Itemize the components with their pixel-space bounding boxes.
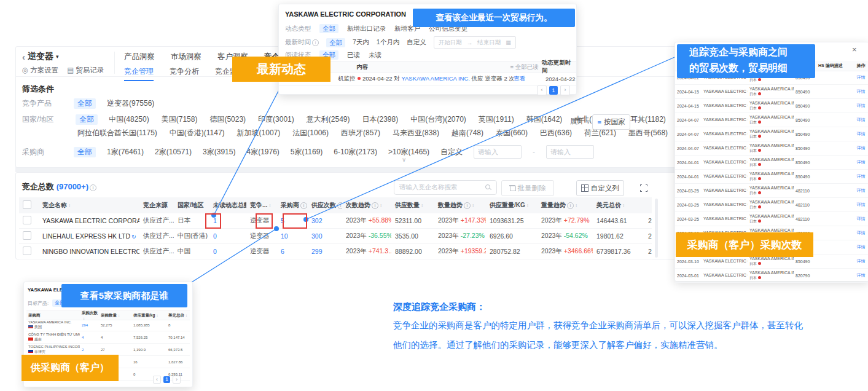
filter-all-chip[interactable]: 全部 — [326, 38, 345, 47]
close-icon[interactable]: × — [852, 45, 857, 54]
buy-times-link[interactable]: 4 — [80, 336, 99, 339]
trade-row[interactable]: 2024-04-07 YASKAWA ELECTRIC CORP...↻ YAS… — [675, 141, 868, 156]
country-option[interactable]: 印度(3001) — [258, 114, 294, 125]
row-checkbox[interactable] — [23, 247, 31, 255]
competitor-name-cell[interactable]: YASKAWA ELECTRIC CORPORATIO↻ — [39, 217, 139, 224]
country-option[interactable]: 巴西(636) — [540, 128, 572, 138]
expand-toggle[interactable]: 展开 ∨ — [570, 117, 590, 126]
col-header-product[interactable]: 竞争...↕ — [246, 201, 277, 210]
sort-icon[interactable]: ↕ — [526, 203, 529, 208]
country-option[interactable]: 意大利(2549) — [307, 114, 350, 125]
supply-count-link[interactable]: 302 — [308, 217, 342, 224]
competitor-search-box[interactable]: 请输入竞企名称搜索 — [394, 180, 497, 195]
buy-times-link[interactable]: 294 — [80, 323, 99, 327]
col-header-usd[interactable]: 美元总价↕ — [593, 201, 644, 210]
trade-row[interactable]: 2024-04-01 YASKAWA ELECTRIC CORP...↻ YAS… — [675, 156, 868, 170]
filter-all-chip[interactable]: 全部 — [74, 98, 96, 109]
fullscreen-icon[interactable] — [640, 184, 647, 192]
country-option[interactable]: 新加坡(1007) — [237, 128, 281, 138]
monitor-sync-icon[interactable]: ↻ — [131, 234, 136, 240]
buyers-count-link[interactable]: 10 — [277, 232, 308, 240]
buy-times-link[interactable]: 2 — [80, 348, 99, 352]
table-row[interactable]: NINGBO INNOVATION ELECTRONI↻ 供应过产... 中国 … — [19, 244, 652, 259]
trade-row[interactable]: 2024-03-01 YASKAWA ELECTRIC CORP...↻ YAS… — [675, 269, 868, 283]
detail-link[interactable]: 详情 — [850, 145, 868, 151]
sort-icon[interactable]: ↕ — [380, 203, 382, 208]
next-page-button[interactable]: › — [560, 85, 570, 95]
sort-icon[interactable]: ↕ — [622, 203, 625, 208]
buyer-count-option[interactable]: 2家(10571) — [155, 147, 192, 157]
next-page-button[interactable]: › — [173, 376, 181, 384]
buyers-count-link[interactable]: 6 — [277, 248, 308, 255]
country-option[interactable]: 德国(5023) — [209, 114, 246, 125]
scheme-settings-button[interactable]: ◎ 方案设置 — [22, 66, 58, 75]
buyer-count-option[interactable]: 4家(1976) — [246, 147, 279, 157]
detail-link[interactable]: 详情 — [850, 89, 868, 95]
current-page[interactable]: 1 — [549, 86, 558, 95]
detail-link[interactable]: 详情 — [850, 202, 868, 208]
sort-icon[interactable]: ↕ — [575, 203, 577, 208]
country-option[interactable]: 美国(7158) — [162, 114, 198, 125]
col-header-usd[interactable]: 美元总价↕ — [166, 313, 199, 318]
filter-option[interactable]: 已读 — [347, 51, 360, 60]
col-header-weight[interactable]: 供应重量/KG↕ — [486, 201, 538, 210]
detail-link[interactable]: 详情 — [850, 117, 868, 123]
col-header-qty[interactable]: 采购数量↕ — [99, 313, 131, 318]
country-option[interactable]: 墨西哥(568) — [628, 128, 668, 138]
country-option[interactable]: 泰国(660) — [496, 128, 528, 138]
sort-icon[interactable]: ↕ — [68, 203, 71, 208]
trade-row[interactable]: 2024-04-07 YASKAWA ELECTRIC CORP...↻ YAS… — [675, 113, 868, 127]
competitor-name-cell[interactable]: LINEHAUL EXPRESS HK LTD↻ — [39, 232, 139, 240]
trade-row[interactable]: 2024-04-01 YASKAWA ELECTRIC CORP...↻ YAS… — [675, 170, 868, 184]
detail-link[interactable]: 详情 — [850, 258, 868, 264]
filter-option[interactable]: 自定义 — [407, 38, 426, 47]
buyer-count-option[interactable]: 1家(76461) — [107, 147, 144, 157]
country-option[interactable]: 马来西亚(838) — [393, 128, 439, 138]
prev-page-button[interactable]: ‹ — [537, 85, 547, 95]
filter-all-chip[interactable]: 全部 — [76, 114, 98, 125]
company-link[interactable]: YASKAWA AMERICA INC. — [401, 75, 470, 82]
custom-columns-button[interactable]: 自定义列 — [576, 180, 624, 196]
filter-product-item[interactable]: 逆变器(97556) — [107, 98, 154, 109]
table-row[interactable]: LINEHAUL EXPRESS HK LTD↻ 供应过产... 中国(香港) … — [19, 229, 652, 244]
buyer-custom-option[interactable]: 自定义 — [440, 147, 463, 157]
date-range-input[interactable]: 开始日期→结束日期▦ — [434, 36, 516, 49]
buyer-min-input[interactable] — [474, 145, 522, 159]
detail-link[interactable]: 详情 — [850, 230, 868, 236]
col-header-count-trend[interactable]: 次数趋势i↕ — [342, 201, 391, 210]
col-header-qty-trend[interactable]: 数量趋势i↕ — [434, 201, 486, 210]
sort-icon[interactable]: ↕ — [268, 203, 271, 208]
detail-link[interactable]: 详情 — [850, 173, 868, 180]
country-option[interactable]: 中国(香港)(1147) — [170, 128, 225, 138]
filter-option[interactable]: 7天内 — [353, 38, 369, 47]
sort-icon[interactable]: ↕ — [472, 203, 474, 208]
col-header-buyers[interactable]: 采购商i↕ — [277, 201, 308, 210]
detail-link[interactable]: 详情 — [850, 74, 868, 81]
main-tab[interactable]: 产品洞察 — [124, 52, 155, 68]
trade-row[interactable]: 2024-04-07 YASKAWA ELECTRIC CORP...↻ YAS… — [675, 127, 868, 141]
detail-link[interactable]: 详情 — [850, 131, 868, 137]
buyer-row[interactable]: TOENEC PHILIPPINES INCORPORATED 菲律宾 2 27… — [26, 344, 190, 356]
prev-page-button[interactable]: ‹ — [153, 376, 161, 384]
detail-link[interactable]: 详情 — [850, 216, 868, 222]
mark-all-read-button[interactable]: ≡ 全部已读 — [510, 63, 542, 71]
detail-link[interactable]: 详情 — [850, 159, 868, 165]
col-header-supply[interactable]: 供应次数i↕ — [308, 201, 342, 210]
table-row[interactable]: YASKAWA ELECTRIC CORPORATIO↻ 供应过产... 日本 … — [19, 213, 652, 229]
filter-all-chip[interactable]: 全部 — [319, 24, 338, 33]
detail-link[interactable]: 详情 — [850, 103, 868, 109]
row-checkbox[interactable] — [23, 216, 31, 224]
country-option[interactable]: 日本(2398) — [362, 114, 398, 125]
title-dropdown-caret-icon[interactable]: ▾ — [56, 53, 59, 60]
competitor-name-cell[interactable]: NINGBO INNOVATION ELECTRONI↻ — [39, 248, 139, 255]
col-header-weight-trend[interactable]: 重量趋势i↕ — [538, 201, 593, 210]
country-option[interactable]: 西班牙(857) — [341, 128, 380, 138]
competitor-count[interactable]: (97000+) — [57, 182, 88, 191]
trade-row[interactable]: 2024-04-15 YASKAWA ELECTRIC CORP...↻ YAS… — [675, 85, 868, 99]
detail-link[interactable]: 详情 — [850, 244, 868, 250]
buyer-count-option[interactable]: 3家(3915) — [203, 147, 235, 157]
buyer-count-option[interactable]: 5家(1169) — [291, 147, 323, 157]
col-header-weight[interactable]: 供应重量/kg↕ — [131, 313, 166, 318]
country-option[interactable]: 阿拉伯联合酋长国(1175) — [77, 128, 157, 138]
trade-row[interactable]: 2024-03-25 YASKAWA ELECTRIC CORP...↻ YAS… — [675, 184, 868, 198]
